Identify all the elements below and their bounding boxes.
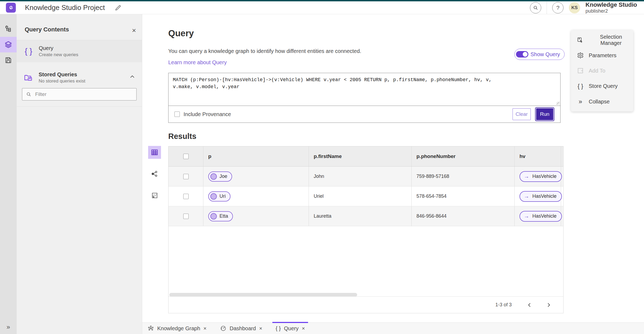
query-contents-panel: Query Contents × { } Query Create new qu…	[17, 14, 142, 334]
graph-view-button[interactable]	[148, 167, 161, 180]
help-icon: ?	[556, 5, 559, 11]
chevron-up-icon	[129, 74, 136, 80]
stored-folder-icon	[24, 73, 33, 82]
results-table-card: p p.firstName p.phoneNumber hv Joe John …	[168, 146, 564, 313]
app-logo-icon[interactable]	[6, 3, 16, 13]
pagination-range: 1-3 of 3	[495, 302, 512, 308]
collapse-icon: »	[577, 98, 584, 105]
parameters-button[interactable]: Parameters	[571, 48, 633, 63]
run-button[interactable]: Run	[536, 108, 553, 120]
cell-firstname: Uriel	[309, 186, 412, 206]
include-provenance-checkbox[interactable]	[174, 112, 180, 117]
node-icon	[210, 173, 217, 180]
rail-layers-button[interactable]	[0, 37, 17, 52]
store-query-button[interactable]: { } Store Query	[571, 79, 633, 94]
query-textarea[interactable]: MATCH (p:Person)-[hv:HasVehicle]->(v:Veh…	[169, 73, 560, 106]
node-pill[interactable]: Etta	[208, 211, 233, 221]
tab-dashboard[interactable]: Dashboard ×	[217, 323, 266, 334]
query-editor: MATCH (p:Person)-[hv:HasVehicle]->(v:Veh…	[168, 73, 561, 123]
selection-manager-button[interactable]: Selection Manager	[571, 33, 633, 47]
stored-queries-title: Stored Queries	[39, 71, 85, 78]
filter-field	[22, 88, 137, 100]
search-button[interactable]	[530, 2, 541, 13]
close-tab-icon[interactable]: ×	[259, 325, 262, 332]
app-header: Knowledge Studio Project ? KS Knowledge …	[0, 1, 644, 14]
panel-close-button[interactable]: ×	[132, 26, 136, 35]
results-view-switcher	[148, 146, 161, 202]
node-pill[interactable]: Uri	[208, 191, 230, 202]
left-icon-rail: »	[0, 14, 17, 334]
column-header-p[interactable]: p	[203, 146, 309, 166]
project-title: Knowledge Studio Project	[25, 3, 105, 12]
row-checkbox[interactable]	[183, 174, 189, 179]
query-item-title: Query	[39, 45, 78, 51]
dashboard-gauge-icon	[220, 325, 226, 332]
help-button[interactable]: ?	[552, 2, 564, 13]
toggle-track	[516, 51, 528, 58]
tab-knowledge-graph[interactable]: Knowledge Graph ×	[144, 323, 210, 334]
page-title: Query	[168, 28, 194, 38]
node-icon	[210, 193, 217, 200]
show-query-toggle[interactable]: Show Query	[514, 49, 565, 60]
cell-firstname: Lauretta	[309, 206, 412, 226]
table-view-button[interactable]	[148, 146, 161, 159]
gear-icon	[577, 52, 584, 59]
query-tools-menu: Selection Manager Parameters Add To { } …	[571, 30, 633, 112]
next-page-button[interactable]	[544, 301, 553, 309]
sidebar-item-query[interactable]: { } Query Create new queries	[17, 40, 142, 62]
rail-hierarchy-button[interactable]	[0, 21, 17, 37]
knowledge-graph-icon	[148, 325, 154, 332]
table-row: Joe John 759-889-57168 → HasVehicle	[169, 167, 563, 186]
expand-panel-button[interactable]: »	[0, 322, 17, 332]
braces-icon: { }	[25, 47, 32, 56]
stored-queries-section: Stored Queries No stored queries exist	[17, 69, 142, 107]
user-avatar[interactable]: KS	[569, 2, 580, 13]
arrow-right-icon: →	[524, 193, 529, 199]
node-pill[interactable]: Joe	[208, 171, 232, 182]
filter-search-icon	[26, 92, 31, 97]
header-actions: ? KS Knowledge Studio publisher2	[530, 2, 644, 14]
results-title: Results	[168, 132, 196, 141]
column-header-firstname[interactable]: p.firstName	[309, 146, 412, 166]
query-description: You can query a knowledge graph to ident…	[168, 48, 361, 54]
user-info: Knowledge Studio publisher2	[586, 2, 637, 14]
row-checkbox[interactable]	[183, 214, 189, 219]
close-tab-icon[interactable]: ×	[302, 325, 305, 332]
close-tab-icon[interactable]: ×	[203, 325, 207, 332]
cell-phonenumber: 578-654-7854	[412, 186, 515, 206]
rail-save-button[interactable]	[0, 52, 17, 68]
learn-more-link[interactable]: Learn more about Query	[168, 59, 227, 66]
row-checkbox[interactable]	[183, 194, 189, 199]
search-icon	[533, 5, 538, 10]
edit-title-button[interactable]	[115, 4, 122, 11]
cell-firstname: John	[309, 167, 412, 186]
previous-page-button[interactable]	[525, 301, 534, 309]
expand-icon: »	[6, 323, 10, 331]
table-header-row: p p.firstName p.phoneNumber hv	[169, 146, 563, 167]
edge-pill[interactable]: → HasVehicle	[519, 211, 562, 222]
collapse-menu-button[interactable]: » Collapse	[571, 94, 633, 109]
edge-pill[interactable]: → HasVehicle	[519, 191, 562, 202]
close-icon: ×	[132, 26, 136, 34]
layers-icon	[4, 41, 12, 49]
clear-button[interactable]: Clear	[513, 108, 531, 120]
arrow-right-icon: →	[524, 213, 529, 219]
horizontal-scrollbar[interactable]	[169, 293, 357, 297]
edge-pill[interactable]: → HasVehicle	[519, 171, 562, 182]
main-content: Query You can query a knowledge graph to…	[142, 14, 644, 322]
stored-queries-header[interactable]: Stored Queries No stored queries exist	[17, 69, 142, 87]
column-header-hv[interactable]: hv	[515, 146, 561, 166]
select-all-checkbox[interactable]	[183, 154, 189, 159]
table-row: Etta Lauretta 846-956-8644 → HasVehicle	[169, 206, 563, 226]
collapse-section-button[interactable]	[129, 74, 136, 80]
chevron-right-icon	[546, 302, 551, 308]
column-header-phonenumber[interactable]: p.phoneNumber	[412, 146, 515, 166]
header-divider	[547, 2, 547, 14]
filter-input[interactable]	[35, 91, 133, 97]
tab-query[interactable]: { } Query ×	[272, 323, 308, 334]
cell-phonenumber: 846-956-8644	[412, 206, 515, 226]
selection-manager-icon	[577, 37, 584, 44]
chart-view-button[interactable]	[148, 189, 161, 202]
panel-header: Query Contents ×	[17, 14, 142, 40]
document-tab-bar: Knowledge Graph × Dashboard × { } Query …	[142, 322, 644, 334]
